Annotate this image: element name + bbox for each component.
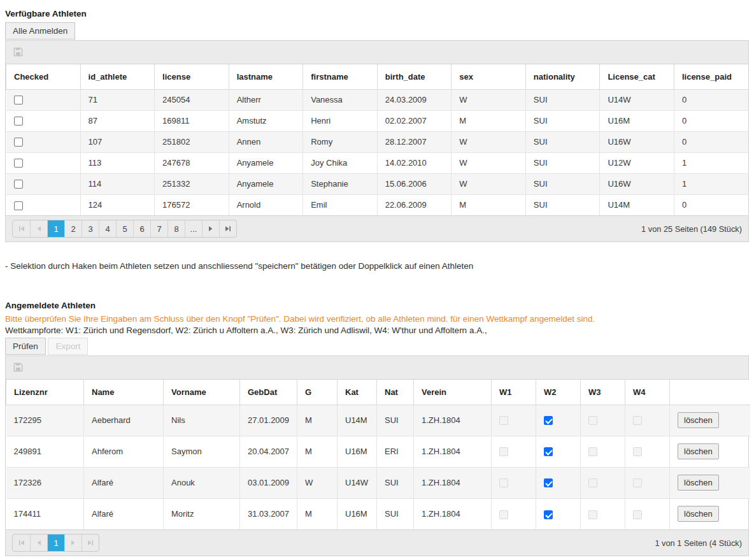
delete-button[interactable]: löschen [678, 506, 719, 522]
cell-license-paid: 1 [674, 173, 748, 194]
next-page-icon [70, 538, 76, 548]
cell-name: Aeberhard [84, 405, 164, 436]
row-checkbox[interactable] [14, 201, 23, 210]
cell-lastname: Amstutz [229, 110, 303, 131]
page-button[interactable]: 1 [47, 220, 64, 237]
cell-birth-date: 28.12.2007 [377, 131, 452, 152]
page-button[interactable]: 1 [47, 535, 64, 551]
cell-nationality: SUI [525, 194, 600, 215]
registered-grid-toolbar [6, 356, 748, 380]
more-pages-button[interactable]: ... [185, 220, 202, 237]
available-table-body: 71 245054 Altherr Vanessa 24.03.2009 W S… [6, 89, 749, 215]
w1-checkbox[interactable] [499, 447, 508, 456]
page-button[interactable]: 2 [64, 220, 82, 237]
page-button[interactable]: 5 [116, 220, 133, 237]
cell-w1 [492, 498, 536, 529]
cell-w2 [536, 405, 581, 436]
cell-action: löschen [670, 467, 750, 498]
cell-lastname: Annen [229, 131, 303, 152]
page-button[interactable]: 7 [150, 220, 167, 237]
cell-w4 [625, 405, 670, 436]
delete-button[interactable]: löschen [678, 475, 719, 491]
w2-checkbox[interactable] [544, 510, 553, 519]
cell-nat: SUI [377, 405, 414, 436]
cell-lizenznr: 172295 [6, 405, 84, 436]
cell-w3 [581, 436, 625, 467]
save-button[interactable] [13, 47, 23, 57]
column-header: Vorname [164, 380, 240, 405]
available-header-row: Checkedid_athletelicenselastnamefirstnam… [6, 64, 749, 89]
athlete-row[interactable]: 114 251332 Anyamele Stephanie 15.06.2006… [6, 173, 749, 194]
row-checkbox[interactable] [14, 96, 23, 104]
cell-verein: 1.ZH.1804 [414, 405, 492, 436]
w4-checkbox[interactable] [633, 510, 642, 519]
cell-w4 [625, 467, 670, 498]
column-header [670, 380, 750, 405]
cell-g: W [297, 467, 338, 498]
last-page-button [82, 535, 99, 551]
w4-checkbox[interactable] [633, 447, 642, 456]
delete-button[interactable]: löschen [678, 443, 719, 459]
w3-checkbox[interactable] [588, 416, 597, 425]
cell-license-cat: U14M [600, 194, 674, 215]
column-header: Nat [377, 380, 414, 405]
athlete-row[interactable]: 124 176572 Arnold Emil 22.06.2009 M SUI … [6, 194, 749, 215]
athlete-row[interactable]: 87 169811 Amstutz Henri 02.02.2007 M SUI… [6, 110, 749, 131]
page-button[interactable]: 6 [133, 220, 150, 237]
cell-w4 [625, 436, 670, 467]
cell-firstname: Emil [303, 194, 378, 215]
save-button[interactable] [13, 363, 23, 372]
w4-checkbox[interactable] [633, 416, 642, 425]
column-header: nationality [525, 64, 600, 89]
check-button[interactable]: Prüfen [5, 338, 46, 355]
w2-checkbox[interactable] [544, 447, 553, 456]
cell-sex: W [452, 173, 526, 194]
row-checkbox[interactable] [14, 159, 23, 168]
next-page-button[interactable] [202, 220, 219, 237]
cell-nationality: SUI [525, 152, 600, 173]
w4-checkbox[interactable] [633, 478, 642, 487]
cell-verein: 1.ZH.1804 [414, 436, 492, 467]
cell-w3 [581, 498, 625, 529]
cell-g: M [297, 498, 338, 529]
cell-w4 [625, 498, 670, 529]
athlete-row[interactable]: 107 251802 Annen Romy 28.12.2007 W SUI U… [6, 131, 749, 152]
athlete-row[interactable]: 113 247678 Anyamele Joy Chika 14.02.2010… [6, 152, 749, 173]
w1-checkbox[interactable] [499, 510, 508, 519]
last-page-icon [87, 538, 94, 548]
w1-checkbox[interactable] [499, 416, 508, 425]
w3-checkbox[interactable] [588, 447, 597, 456]
delete-button[interactable]: löschen [678, 412, 719, 428]
cell-vorname: Nils [164, 405, 240, 436]
row-checkbox[interactable] [14, 180, 23, 189]
last-page-button[interactable] [219, 220, 236, 237]
registered-table-body: 172295 Aeberhard Nils 27.01.2009 M U14M … [6, 405, 750, 529]
row-checkbox[interactable] [14, 138, 23, 147]
w3-checkbox[interactable] [588, 510, 597, 519]
register-all-button[interactable]: Alle Anmelden [5, 22, 75, 39]
page-button[interactable]: 3 [82, 220, 99, 237]
cell-firstname: Stephanie [303, 173, 378, 194]
cell-checked [6, 110, 81, 131]
selection-hint-text: - Selektion durch Haken beim Athleten se… [5, 261, 749, 271]
cell-lastname: Anyamele [229, 152, 303, 173]
cell-nationality: SUI [525, 131, 600, 152]
w3-checkbox[interactable] [588, 478, 597, 487]
first-page-icon [18, 224, 25, 234]
page-button[interactable]: 4 [99, 220, 116, 237]
page-button[interactable]: 8 [167, 220, 185, 237]
cell-birth-date: 14.02.2010 [377, 152, 452, 173]
registered-header-row: LizenznrNameVornameGebDatGKatNatVereinW1… [6, 380, 750, 405]
cell-checked [6, 89, 81, 110]
w2-checkbox[interactable] [544, 478, 553, 487]
w1-checkbox[interactable] [499, 478, 508, 487]
row-checkbox[interactable] [14, 117, 23, 126]
column-header: firstname [303, 64, 378, 89]
w2-checkbox[interactable] [544, 416, 553, 425]
cell-w1 [492, 405, 536, 436]
cell-id-athlete: 71 [80, 89, 155, 110]
column-header: W1 [492, 380, 536, 405]
cell-kat: U14M [338, 405, 377, 436]
athlete-row[interactable]: 71 245054 Altherr Vanessa 24.03.2009 W S… [6, 89, 749, 110]
column-header: License_cat [600, 64, 674, 89]
